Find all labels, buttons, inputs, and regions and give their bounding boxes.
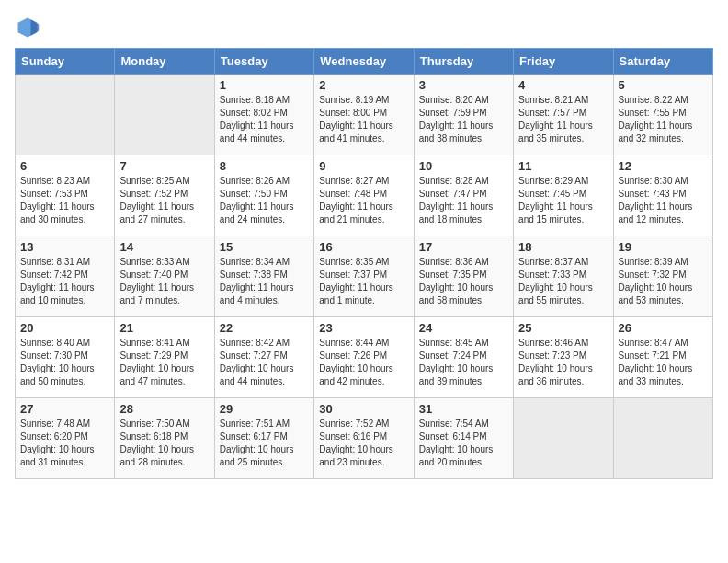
logo xyxy=(15,15,44,40)
calendar-cell: 4Sunrise: 8:21 AM Sunset: 7:57 PM Daylig… xyxy=(514,75,613,155)
day-info: Sunrise: 8:42 AM Sunset: 7:27 PM Dayligh… xyxy=(220,337,309,388)
day-number: 26 xyxy=(619,321,708,335)
day-number: 9 xyxy=(319,159,408,173)
day-number: 23 xyxy=(319,321,408,335)
day-number: 4 xyxy=(518,78,608,92)
day-info: Sunrise: 7:50 AM Sunset: 6:18 PM Dayligh… xyxy=(119,418,209,469)
day-number: 11 xyxy=(518,159,608,173)
calendar-week-row: 27Sunrise: 7:48 AM Sunset: 6:20 PM Dayli… xyxy=(16,398,713,479)
weekday-header-row: SundayMondayTuesdayWednesdayThursdayFrid… xyxy=(16,49,713,75)
weekday-header-monday: Monday xyxy=(115,49,214,75)
day-info: Sunrise: 8:41 AM Sunset: 7:29 PM Dayligh… xyxy=(119,337,209,388)
calendar-cell: 7Sunrise: 8:25 AM Sunset: 7:52 PM Daylig… xyxy=(115,155,214,236)
day-number: 24 xyxy=(419,321,508,335)
calendar-cell xyxy=(16,75,115,155)
day-info: Sunrise: 8:33 AM Sunset: 7:40 PM Dayligh… xyxy=(119,256,209,307)
day-number: 27 xyxy=(20,402,109,416)
calendar-cell: 31Sunrise: 7:54 AM Sunset: 6:14 PM Dayli… xyxy=(414,398,513,479)
day-number: 10 xyxy=(419,159,508,173)
day-number: 12 xyxy=(619,159,708,173)
calendar-week-row: 13Sunrise: 8:31 AM Sunset: 7:42 PM Dayli… xyxy=(16,236,713,317)
day-number: 3 xyxy=(419,78,508,92)
weekday-header-thursday: Thursday xyxy=(414,49,513,75)
calendar-cell: 18Sunrise: 8:37 AM Sunset: 7:33 PM Dayli… xyxy=(514,236,613,317)
calendar-cell: 23Sunrise: 8:44 AM Sunset: 7:26 PM Dayli… xyxy=(314,317,414,398)
day-info: Sunrise: 8:27 AM Sunset: 7:48 PM Dayligh… xyxy=(319,175,408,226)
calendar-cell xyxy=(115,75,214,155)
day-number: 20 xyxy=(20,321,109,335)
calendar-cell: 5Sunrise: 8:22 AM Sunset: 7:55 PM Daylig… xyxy=(613,75,712,155)
day-number: 21 xyxy=(119,321,209,335)
calendar-cell: 14Sunrise: 8:33 AM Sunset: 7:40 PM Dayli… xyxy=(115,236,214,317)
day-number: 13 xyxy=(20,240,109,254)
day-info: Sunrise: 8:44 AM Sunset: 7:26 PM Dayligh… xyxy=(319,337,408,388)
day-number: 1 xyxy=(220,78,309,92)
day-info: Sunrise: 7:51 AM Sunset: 6:17 PM Dayligh… xyxy=(220,418,309,469)
calendar-cell: 15Sunrise: 8:34 AM Sunset: 7:38 PM Dayli… xyxy=(214,236,313,317)
day-info: Sunrise: 8:21 AM Sunset: 7:57 PM Dayligh… xyxy=(518,94,608,145)
calendar-cell xyxy=(514,398,613,479)
day-number: 30 xyxy=(319,402,408,416)
svg-marker-1 xyxy=(31,19,40,36)
day-info: Sunrise: 8:25 AM Sunset: 7:52 PM Dayligh… xyxy=(119,175,209,226)
day-number: 31 xyxy=(419,402,508,416)
weekday-header-wednesday: Wednesday xyxy=(314,49,414,75)
day-number: 28 xyxy=(119,402,209,416)
day-number: 8 xyxy=(220,159,309,173)
day-info: Sunrise: 8:40 AM Sunset: 7:30 PM Dayligh… xyxy=(20,337,109,388)
calendar-cell: 20Sunrise: 8:40 AM Sunset: 7:30 PM Dayli… xyxy=(16,317,115,398)
weekday-header-saturday: Saturday xyxy=(613,49,712,75)
calendar-cell: 2Sunrise: 8:19 AM Sunset: 8:00 PM Daylig… xyxy=(314,75,414,155)
calendar-cell: 27Sunrise: 7:48 AM Sunset: 6:20 PM Dayli… xyxy=(16,398,115,479)
day-info: Sunrise: 8:26 AM Sunset: 7:50 PM Dayligh… xyxy=(220,175,309,226)
day-info: Sunrise: 7:48 AM Sunset: 6:20 PM Dayligh… xyxy=(20,418,109,469)
day-info: Sunrise: 8:23 AM Sunset: 7:53 PM Dayligh… xyxy=(20,175,109,226)
day-number: 7 xyxy=(119,159,209,173)
day-info: Sunrise: 8:34 AM Sunset: 7:38 PM Dayligh… xyxy=(220,256,309,307)
day-info: Sunrise: 8:28 AM Sunset: 7:47 PM Dayligh… xyxy=(419,175,508,226)
day-info: Sunrise: 8:30 AM Sunset: 7:43 PM Dayligh… xyxy=(619,175,708,226)
calendar-cell: 13Sunrise: 8:31 AM Sunset: 7:42 PM Dayli… xyxy=(16,236,115,317)
calendar-cell: 16Sunrise: 8:35 AM Sunset: 7:37 PM Dayli… xyxy=(314,236,414,317)
calendar-week-row: 20Sunrise: 8:40 AM Sunset: 7:30 PM Dayli… xyxy=(16,317,713,398)
calendar-cell: 25Sunrise: 8:46 AM Sunset: 7:23 PM Dayli… xyxy=(514,317,613,398)
calendar-cell: 29Sunrise: 7:51 AM Sunset: 6:17 PM Dayli… xyxy=(214,398,313,479)
day-number: 14 xyxy=(119,240,209,254)
weekday-header-tuesday: Tuesday xyxy=(214,49,313,75)
calendar-cell: 10Sunrise: 8:28 AM Sunset: 7:47 PM Dayli… xyxy=(414,155,513,236)
calendar-cell xyxy=(613,398,712,479)
calendar-cell: 24Sunrise: 8:45 AM Sunset: 7:24 PM Dayli… xyxy=(414,317,513,398)
day-number: 29 xyxy=(220,402,309,416)
logo-icon xyxy=(15,15,40,40)
page-header xyxy=(15,15,713,40)
day-number: 17 xyxy=(419,240,508,254)
day-number: 18 xyxy=(518,240,608,254)
day-info: Sunrise: 8:47 AM Sunset: 7:21 PM Dayligh… xyxy=(619,337,708,388)
day-info: Sunrise: 8:39 AM Sunset: 7:32 PM Dayligh… xyxy=(619,256,708,307)
calendar-cell: 30Sunrise: 7:52 AM Sunset: 6:16 PM Dayli… xyxy=(314,398,414,479)
calendar-cell: 9Sunrise: 8:27 AM Sunset: 7:48 PM Daylig… xyxy=(314,155,414,236)
day-info: Sunrise: 8:31 AM Sunset: 7:42 PM Dayligh… xyxy=(20,256,109,307)
calendar-cell: 28Sunrise: 7:50 AM Sunset: 6:18 PM Dayli… xyxy=(115,398,214,479)
weekday-header-friday: Friday xyxy=(514,49,613,75)
day-info: Sunrise: 8:20 AM Sunset: 7:59 PM Dayligh… xyxy=(419,94,508,145)
day-info: Sunrise: 8:46 AM Sunset: 7:23 PM Dayligh… xyxy=(518,337,608,388)
calendar-cell: 22Sunrise: 8:42 AM Sunset: 7:27 PM Dayli… xyxy=(214,317,313,398)
day-info: Sunrise: 8:36 AM Sunset: 7:35 PM Dayligh… xyxy=(419,256,508,307)
day-number: 5 xyxy=(619,78,708,92)
calendar-cell: 8Sunrise: 8:26 AM Sunset: 7:50 PM Daylig… xyxy=(214,155,313,236)
day-info: Sunrise: 8:22 AM Sunset: 7:55 PM Dayligh… xyxy=(619,94,708,145)
day-number: 22 xyxy=(220,321,309,335)
day-number: 25 xyxy=(518,321,608,335)
calendar-cell: 19Sunrise: 8:39 AM Sunset: 7:32 PM Dayli… xyxy=(613,236,712,317)
day-info: Sunrise: 8:18 AM Sunset: 8:02 PM Dayligh… xyxy=(220,94,309,145)
calendar-week-row: 1Sunrise: 8:18 AM Sunset: 8:02 PM Daylig… xyxy=(16,75,713,155)
day-info: Sunrise: 8:19 AM Sunset: 8:00 PM Dayligh… xyxy=(319,94,408,145)
calendar-cell: 21Sunrise: 8:41 AM Sunset: 7:29 PM Dayli… xyxy=(115,317,214,398)
day-info: Sunrise: 8:37 AM Sunset: 7:33 PM Dayligh… xyxy=(518,256,608,307)
day-number: 16 xyxy=(319,240,408,254)
day-number: 19 xyxy=(619,240,708,254)
day-number: 2 xyxy=(319,78,408,92)
calendar-cell: 3Sunrise: 8:20 AM Sunset: 7:59 PM Daylig… xyxy=(414,75,513,155)
day-info: Sunrise: 8:35 AM Sunset: 7:37 PM Dayligh… xyxy=(319,256,408,307)
